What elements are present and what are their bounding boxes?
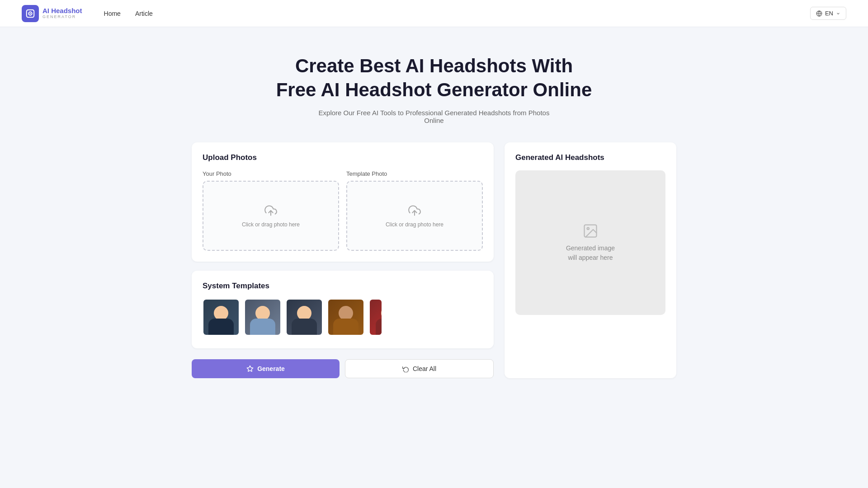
upload-icon-2 [408, 204, 421, 217]
logo-icon [22, 5, 39, 22]
generated-card: Generated AI Headshots Generated image w… [505, 142, 676, 378]
navbar: AI Headshot GENERATOR Home Article EN [0, 0, 868, 27]
upload-photos-card: Upload Photos Your Photo Click or drag p… [192, 142, 494, 262]
template-item-5[interactable] [369, 299, 382, 336]
chevron-down-icon [836, 11, 840, 16]
generate-button[interactable]: Generate [192, 359, 340, 378]
globe-icon [816, 10, 822, 17]
your-photo-label: Your Photo [203, 170, 339, 177]
system-templates-card: System Templates [192, 271, 494, 348]
upload-title: Upload Photos [203, 153, 483, 162]
generate-label: Generate [257, 365, 285, 372]
nav-home[interactable]: Home [104, 10, 121, 17]
lang-label: EN [825, 10, 833, 17]
right-panel: Generated AI Headshots Generated image w… [505, 142, 676, 378]
main-content: Upload Photos Your Photo Click or drag p… [181, 142, 687, 396]
action-buttons: Generate Clear All [192, 359, 494, 378]
hero-section: Create Best AI Headshots With Free AI He… [0, 27, 868, 142]
logo-link[interactable]: AI Headshot GENERATOR [22, 5, 82, 22]
upload-icon-1 [264, 204, 277, 217]
template-photo-column: Template Photo Click or drag photo here [346, 170, 483, 251]
upload-grid: Your Photo Click or drag photo here Temp… [203, 170, 483, 251]
generate-icon [246, 365, 254, 372]
navbar-right: EN [810, 7, 846, 20]
your-photo-column: Your Photo Click or drag photo here [203, 170, 339, 251]
language-button[interactable]: EN [810, 7, 846, 20]
hero-subtitle: Explore Our Free AI Tools to Professiona… [316, 109, 552, 124]
left-panel: Upload Photos Your Photo Click or drag p… [192, 142, 494, 378]
template-item-3[interactable] [286, 299, 323, 336]
template-photo-label: Template Photo [346, 170, 483, 177]
svg-point-8 [587, 228, 590, 230]
template-item-2[interactable] [244, 299, 281, 336]
templates-title: System Templates [203, 282, 483, 291]
clear-all-button[interactable]: Clear All [345, 359, 494, 378]
generated-title: Generated AI Headshots [515, 153, 665, 162]
image-placeholder-icon [582, 223, 599, 239]
clear-icon [402, 366, 409, 372]
your-photo-upload-zone[interactable]: Click or drag photo here [203, 181, 339, 251]
generated-image-area: Generated image will appear here [515, 170, 665, 315]
template-item-1[interactable] [203, 299, 240, 336]
template-photo-upload-text: Click or drag photo here [380, 221, 449, 228]
svg-point-2 [30, 13, 31, 14]
template-photo-upload-zone[interactable]: Click or drag photo here [346, 181, 483, 251]
nav-links: Home Article [104, 10, 153, 17]
clear-label: Clear All [413, 365, 436, 372]
templates-grid [203, 299, 483, 338]
template-item-4[interactable] [327, 299, 364, 336]
logo-text: AI Headshot GENERATOR [42, 7, 82, 19]
hero-title: Create Best AI Headshots With Free AI He… [276, 54, 592, 102]
your-photo-upload-text: Click or drag photo here [236, 221, 305, 228]
nav-article[interactable]: Article [135, 10, 153, 17]
generated-placeholder: Generated image will appear here [566, 244, 615, 263]
svg-marker-6 [247, 366, 253, 371]
